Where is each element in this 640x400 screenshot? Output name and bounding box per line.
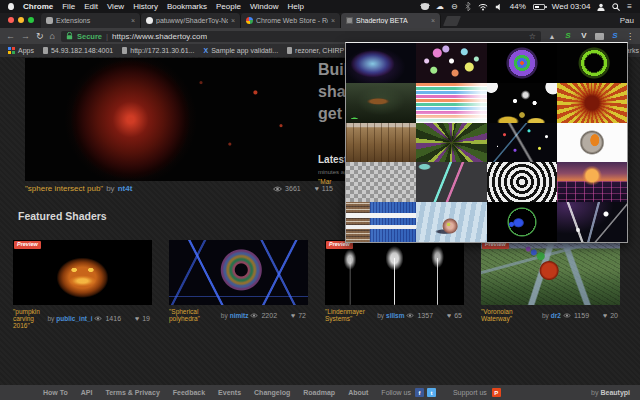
minimize-window-button[interactable] [18,17,24,23]
shader-thumbnail-egg-on-tiles[interactable] [416,202,486,242]
cloud-status-icon[interactable]: ☁ [436,3,444,11]
user-icon[interactable] [597,3,605,11]
shader-title-link[interactable]: "pumpkin carving 2016" [13,308,45,329]
tab-extensions[interactable]: Extensions × [41,13,141,28]
hero-caption: "sphere intersect pub" by nt4t 3661 ♥ 11… [25,184,345,193]
patreon-icon[interactable]: P [492,388,501,397]
shader-thumbnail-beach-ball[interactable] [557,123,627,163]
shader-preview-image[interactable] [169,240,308,305]
facebook-icon[interactable]: f [415,388,424,397]
menu-help[interactable]: Help [287,2,303,11]
shader-thumbnail-wood-floor[interactable] [346,123,416,163]
bookmark-item[interactable]: 54.93.182.148:4001 [43,47,113,54]
footer-link-feedback[interactable]: Feedback [173,389,205,396]
menu-edit[interactable]: Edit [84,2,98,11]
forward-button[interactable]: → [21,32,30,41]
footer-link-api[interactable]: API [81,389,93,396]
shader-thumbnail-green-kaleidoscope[interactable] [416,123,486,163]
featured-card-voronoian: Preview "Voronoian Waterway" by dr2 1159… [481,240,620,322]
notification-center-icon[interactable]: ≡ [627,3,632,11]
wifi-icon[interactable] [478,3,488,11]
menu-people[interactable]: People [216,2,241,11]
menu-window[interactable]: Window [250,2,278,11]
menu-chrome[interactable]: Chrome [23,2,53,11]
footer-link-changelog[interactable]: Changelog [254,389,290,396]
bookmark-item[interactable]: X Sample app validati... [203,47,278,54]
footer-link-howto[interactable]: How To [43,389,68,396]
shader-thumbnail-rainbow-stripes[interactable] [416,83,486,123]
extension-triangle-icon[interactable]: ▲ [547,31,557,41]
extension-blue-s-icon[interactable]: S [610,31,620,41]
extension-v-icon[interactable]: V [579,31,589,41]
secure-label[interactable]: Secure [77,32,102,41]
shader-preview-image[interactable]: Preview [13,240,152,305]
shader-author-link[interactable]: nt4t [118,184,133,193]
profile-name[interactable]: Pau [614,16,640,28]
shader-thumbnail-green-ring[interactable] [557,43,627,83]
shader-thumbnail-space-debris[interactable] [487,123,557,163]
bluetooth-icon[interactable] [465,2,471,11]
footer-link-roadmap[interactable]: Roadmap [303,389,335,396]
close-tab-icon[interactable]: × [131,17,135,24]
shader-thumbnail-fighter-jet[interactable] [346,83,416,123]
shader-thumbnail-blue-glitch[interactable] [346,202,416,242]
menu-history[interactable]: History [133,2,158,11]
shader-author-link[interactable]: sillsm [386,312,404,319]
shader-preview-image[interactable]: Preview [325,240,464,305]
home-button[interactable]: ⌂ [50,32,55,41]
shader-title-link[interactable]: "sphere intersect pub" [25,184,103,193]
close-tab-icon[interactable]: × [331,17,335,24]
shader-title-link[interactable]: "Voronoian Waterway" [481,308,540,322]
shader-thumbnail-red-starburst[interactable] [557,83,627,123]
footer-link-terms[interactable]: Terms & Privacy [105,389,159,396]
shader-thumbnail-bw-butterflies[interactable] [487,83,557,123]
shader-thumbnail-concentric-circles[interactable] [487,162,557,202]
shader-thumbnail-rainbow-hexagon[interactable] [487,43,557,83]
back-button[interactable]: ← [6,32,15,41]
zoom-window-button[interactable] [28,17,34,23]
apple-icon[interactable] [8,3,14,10]
battery-icon[interactable] [533,4,545,10]
shader-thumbnail-transparent-checker[interactable] [346,162,416,202]
omnibox[interactable]: Secure | https://www.shadertoy.com ☆ [61,31,541,42]
shader-author-link[interactable]: dr2 [551,312,561,319]
bookmark-star-icon[interactable]: ☆ [529,32,536,41]
volume-icon[interactable] [495,3,503,11]
shader-thumbnail-synthwave-sunset[interactable] [557,162,627,202]
spotlight-search-icon[interactable] [612,3,620,11]
shader-title-link[interactable]: "Lindenmayer Systems" [325,308,375,322]
chrome-menu-icon[interactable]: ⋮ [626,32,634,41]
close-tab-icon[interactable]: × [231,17,235,24]
shader-title-link[interactable]: "Spherical polyhedra" [169,308,219,322]
url-text[interactable]: https://www.shadertoy.com [112,32,207,41]
do-not-disturb-icon[interactable]: ⊖ [451,3,458,11]
footer-link-about[interactable]: About [348,389,368,396]
shader-thumbnail-neon-streaks[interactable] [416,162,486,202]
octocat-status-icon[interactable] [421,3,429,10]
menu-bookmarks[interactable]: Bookmarks [167,2,207,11]
extension-envelope-icon[interactable] [595,33,604,40]
shader-thumbnail-kaleidoscope-dots[interactable] [416,43,486,83]
shader-author-link[interactable]: nimitz [230,312,249,319]
menu-clock[interactable]: Wed 03:04 [552,2,591,11]
hero-shader-image[interactable] [25,58,345,181]
tab-shadertoy[interactable]: Shadertoy BETA × [341,13,441,28]
tab-github-shadertoy-notifier[interactable]: patuwwy/ShaderToy-Notifier... × [141,13,241,28]
new-tab-button[interactable] [443,16,461,26]
apps-shortcut[interactable]: Apps [8,47,34,54]
shader-thumbnail-blue-blob-ring[interactable] [487,202,557,242]
twitter-icon[interactable]: t [427,388,436,397]
shader-preview-image[interactable]: Preview [481,240,620,305]
tab-chrome-web-store[interactable]: Chrome Web Store - Rozsze... × [241,13,341,28]
close-window-button[interactable] [8,17,14,23]
menu-view[interactable]: View [107,2,124,11]
bookmark-item[interactable]: http://172.31.30.61... [122,47,194,54]
shader-thumbnail-light-streaks[interactable] [557,202,627,242]
menu-file[interactable]: File [62,2,75,11]
shader-thumbnail-blue-nebula[interactable] [346,43,416,83]
extension-green-s-icon[interactable]: S [563,31,573,41]
footer-link-events[interactable]: Events [218,389,241,396]
shader-author-link[interactable]: public_int_i [56,315,92,322]
close-tab-icon[interactable]: × [431,17,435,24]
reload-button[interactable]: ↻ [36,32,44,41]
